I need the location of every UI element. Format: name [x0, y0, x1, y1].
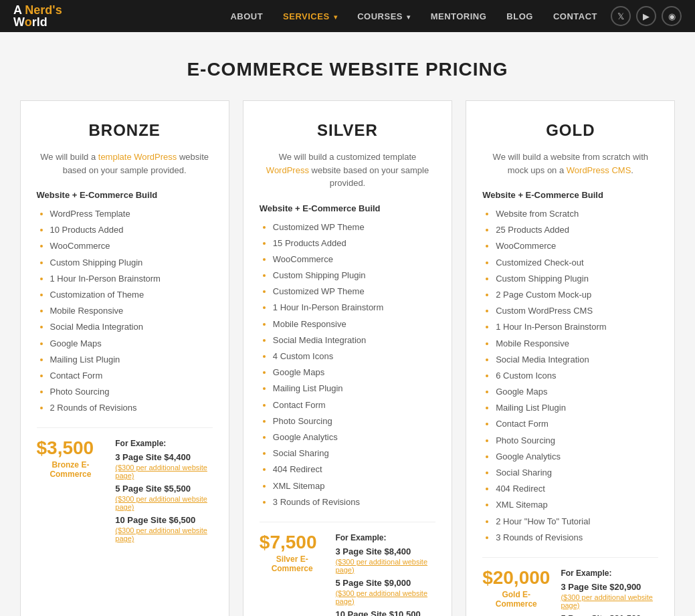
list-item: Customized WP Theme: [273, 221, 435, 233]
bronze-section-label: Website + E-Commerce Build: [37, 190, 213, 200]
list-item: Custom Shipping Plugin: [273, 270, 435, 282]
tier-sub: ($300 per additional website page): [335, 589, 435, 605]
silver-example-label: For Example:: [335, 533, 435, 542]
nav-item-services[interactable]: SERVICES ▾: [283, 10, 337, 22]
list-item: Google Analytics: [496, 451, 658, 463]
list-item: 2 Rounds of Revisions: [50, 402, 213, 414]
list-item: WooCommerce: [50, 240, 213, 252]
bronze-title: BRONZE: [37, 121, 213, 140]
list-item: Mobile Responsive: [273, 318, 435, 330]
list-item: Social Media Integration: [273, 334, 435, 346]
tier-sub: ($300 per additional website page): [561, 593, 658, 609]
gold-feature-list: Website from Scratch25 Products AddedWoo…: [482, 208, 658, 544]
list-item: Customization of Theme: [50, 289, 213, 301]
list-item: Mailing List Plugin: [496, 402, 658, 414]
list-item: 25 Products Added: [496, 224, 658, 236]
list-item: Mobile Responsive: [50, 305, 213, 317]
instagram-icon[interactable]: ◉: [662, 6, 682, 26]
list-item: WordPress Template: [50, 208, 213, 220]
gold-price-block: $20,000Gold E-Commerce: [482, 569, 550, 609]
bronze-tiers: For Example:3 Page Site $4,400($300 per …: [115, 439, 213, 546]
navbar: A Nerd's World ABOUT SERVICES ▾ COURSES …: [0, 0, 695, 32]
tier-sub: ($300 per additional website page): [115, 526, 213, 542]
list-item: WooCommerce: [273, 253, 435, 266]
list-item: Social Media Integration: [50, 321, 213, 333]
list-item: Photo Sourcing: [50, 386, 213, 398]
tier-name: 10 Page Site $6,500: [115, 515, 213, 525]
list-item: 10 Products Added: [50, 224, 213, 236]
list-item: 1 Hour In-Person Brainstorm: [496, 321, 658, 333]
list-item: Social Media Integration: [496, 354, 658, 366]
list-item: Customized WP Theme: [273, 286, 435, 298]
list-item: Social Sharing: [496, 467, 658, 479]
list-item: 2 Hour "How To" Tutorial: [496, 516, 658, 528]
silver-price-label: Silver E-Commerce: [260, 554, 325, 573]
nav-item-courses[interactable]: COURSES ▾: [357, 10, 410, 22]
list-item: Mailing List Plugin: [50, 354, 213, 366]
youtube-icon[interactable]: ▶: [636, 6, 656, 26]
list-item: 2 Page Custom Mock-up: [496, 289, 658, 301]
list-item: Photo Sourcing: [273, 415, 435, 427]
nav-item-blog[interactable]: BLOG: [506, 10, 533, 22]
list-item: XML Sitemap: [496, 499, 658, 511]
list-item: Google Maps: [496, 386, 658, 398]
bronze-feature-list: WordPress Template10 Products AddedWooCo…: [37, 208, 213, 414]
nav-item-contact[interactable]: CONTACT: [553, 10, 597, 22]
list-item: 3 Rounds of Revisions: [496, 532, 658, 544]
list-item: Custom Shipping Plugin: [496, 273, 658, 285]
list-item: 404 Redirect: [273, 464, 435, 476]
silver-title: SILVER: [260, 121, 435, 140]
list-item: Contact Form: [273, 399, 435, 411]
pricing-card-silver: SILVERWe will build a customized templat…: [243, 100, 452, 616]
list-item: Google Maps: [273, 367, 435, 379]
list-item: 4 Custom Icons: [273, 350, 435, 363]
list-item: Mobile Responsive: [496, 338, 658, 350]
list-item: Google Maps: [50, 338, 213, 350]
tier-name: 3 Page Site $20,900: [561, 582, 658, 592]
list-item: Website from Scratch: [496, 208, 658, 220]
list-item: Contact Form: [50, 370, 213, 382]
gold-big-price: $20,000: [482, 569, 550, 587]
gold-title: GOLD: [482, 121, 658, 140]
gold-desc: We will build a website from scratch wit…: [482, 150, 658, 177]
pricing-grid: BRONZEWe will build a template WordPress…: [7, 100, 689, 616]
list-item: Custom WordPress CMS: [496, 305, 658, 317]
twitter-icon[interactable]: 𝕏: [611, 6, 631, 26]
tier-sub: ($300 per additional website page): [115, 464, 213, 480]
silver-desc: We will build a customized template Word…: [260, 150, 435, 190]
bronze-pricing-example: $3,500Bronze E-CommerceFor Example:3 Pag…: [37, 427, 213, 546]
tier-sub: ($300 per additional website page): [115, 495, 213, 511]
gold-example-label: For Example:: [561, 569, 658, 578]
bronze-price-block: $3,500Bronze E-Commerce: [37, 439, 105, 479]
tier-name: 10 Page Site $10,500: [335, 609, 435, 616]
tier-name: 3 Page Site $4,400: [115, 452, 213, 462]
gold-section-label: Website + E-Commerce Build: [482, 190, 658, 200]
tier-sub: ($300 per additional website page): [335, 558, 435, 574]
list-item: Photo Sourcing: [496, 435, 658, 447]
nav-item-mentoring[interactable]: MENTORING: [431, 10, 487, 22]
list-item: 1 Hour In-Person Brainstorm: [273, 302, 435, 314]
nav-item-about[interactable]: ABOUT: [230, 10, 263, 22]
list-item: XML Sitemap: [273, 480, 435, 492]
page-title: E-COMMERCE WEBSITE PRICING: [0, 32, 695, 100]
silver-price-block: $7,500Silver E-Commerce: [260, 533, 325, 573]
bronze-big-price: $3,500: [37, 439, 105, 457]
list-item: 404 Redirect: [496, 483, 658, 495]
pricing-card-bronze: BRONZEWe will build a template WordPress…: [20, 100, 229, 616]
list-item: Contact Form: [496, 418, 658, 430]
list-item: Google Analytics: [273, 431, 435, 443]
tier-name: 3 Page Site $8,400: [335, 546, 435, 556]
tier-name: 5 Page Site $9,000: [335, 578, 435, 588]
nav-links: ABOUT SERVICES ▾ COURSES ▾ MENTORING BLO…: [230, 10, 597, 22]
pricing-card-gold: GOLDWe will build a website from scratch…: [466, 100, 675, 616]
list-item: WooCommerce: [496, 240, 658, 252]
bronze-example-label: For Example:: [115, 439, 213, 448]
tier-name: 5 Page Site $5,500: [115, 484, 213, 494]
list-item: Custom Shipping Plugin: [50, 257, 213, 269]
list-item: 3 Rounds of Revisions: [273, 496, 435, 508]
tier-name: 5 Page Site $21,500: [561, 613, 658, 616]
silver-tiers: For Example:3 Page Site $8,400($300 per …: [335, 533, 435, 616]
site-logo[interactable]: A Nerd's World: [13, 4, 62, 28]
silver-section-label: Website + E-Commerce Build: [260, 203, 435, 213]
list-item: Social Sharing: [273, 447, 435, 459]
